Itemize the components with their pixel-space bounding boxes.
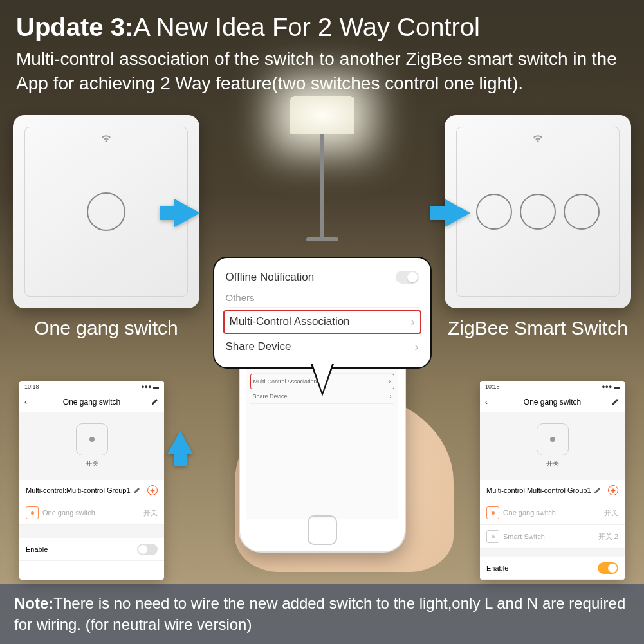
status-bar: 10:18●●● ▬ — [480, 381, 625, 392]
device-preview: 开关 — [480, 412, 625, 480]
switch-button-1 — [476, 194, 512, 230]
status-bar: 10:18●●● ▬ — [19, 381, 164, 392]
callout-others-row: Others — [226, 288, 419, 308]
group-row: Multi-control:Multi-control Group1 + — [19, 480, 164, 501]
switch-button-2 — [520, 194, 556, 230]
main-title: Update 3:A New Idea For 2 Way Control — [16, 13, 628, 42]
device-icon — [537, 423, 569, 455]
enable-row: Enable — [480, 557, 625, 580]
toggle-on-icon — [598, 562, 618, 574]
plus-icon: + — [147, 485, 158, 495]
arrow-right-icon — [174, 199, 200, 227]
app-header: ‹ One gang switch — [480, 392, 625, 412]
arrows-row — [174, 199, 470, 227]
device-preview: 开关 — [19, 412, 164, 480]
footer-note: Note:There is no need to wire the new ad… — [0, 584, 644, 644]
app-screenshot-right: 10:18●●● ▬ ‹ One gang switch 开关 Multi-co… — [480, 381, 625, 580]
app-screenshot-left: 10:18●●● ▬ ‹ One gang switch 开关 Multi-co… — [19, 381, 164, 580]
arrow-up-icon — [167, 431, 193, 454]
chevron-right-icon: › — [415, 340, 419, 354]
back-icon: ‹ — [24, 398, 27, 407]
settings-callout: Offline Notification Others Multi-Contro… — [213, 257, 432, 369]
signal-icon: ●●● ▬ — [602, 383, 620, 390]
device-icon — [76, 423, 108, 455]
device-small-icon — [486, 506, 499, 519]
device-small-icon — [26, 506, 39, 519]
callout-multicontrol-row: Multi-Control Association› — [223, 310, 421, 334]
switch-button-3 — [564, 194, 600, 230]
right-column: ZigBee Smart Switch — [441, 115, 634, 339]
plus-icon: + — [608, 485, 618, 495]
group-row: Multi-control:Multi-control Group1 + — [480, 480, 625, 501]
toggle-off-icon — [396, 271, 419, 284]
callout-share-row: Share Device› — [226, 336, 419, 358]
middle-section: One gang switch ZigBee Smart Switch Offl… — [0, 102, 644, 424]
right-switch-label: ZigBee Smart Switch — [448, 317, 628, 339]
edit-icon — [612, 398, 620, 407]
bottom-screenshots: 10:18●●● ▬ ‹ One gang switch 开关 Multi-co… — [0, 381, 644, 580]
callout-offline-row: Offline Notification — [226, 267, 419, 288]
app-header: ‹ One gang switch — [19, 392, 164, 412]
chevron-right-icon: › — [411, 315, 415, 329]
lamp-illustration — [284, 96, 361, 276]
signal-icon: ●●● ▬ — [141, 383, 159, 390]
spacer — [19, 525, 164, 538]
left-column: One gang switch — [10, 115, 203, 339]
enable-row: Enable — [19, 538, 164, 561]
back-icon: ‹ — [485, 398, 488, 407]
zigbee-switch-panel — [445, 115, 631, 308]
device-item-row: One gang switch 开关 — [19, 501, 164, 525]
callout-pointer — [311, 364, 334, 396]
edit-icon — [151, 398, 159, 407]
toggle-off-icon — [137, 544, 158, 555]
left-switch-label: One gang switch — [34, 317, 178, 339]
device-small-icon — [486, 530, 499, 543]
device-item-row: One gang switch 开关 — [480, 501, 625, 525]
device-item-row: Smart Switch 开关 2 — [480, 525, 625, 549]
arrow-right-icon — [445, 199, 470, 227]
spacer — [480, 549, 625, 557]
switch-button-1 — [87, 192, 125, 231]
wifi-icon — [531, 133, 544, 146]
wifi-icon — [100, 133, 113, 146]
